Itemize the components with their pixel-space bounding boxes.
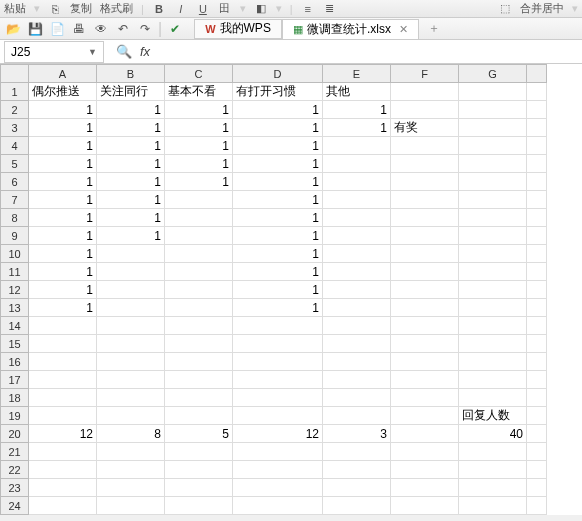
cell[interactable] — [323, 281, 391, 299]
cell[interactable] — [459, 281, 527, 299]
cell[interactable]: 1 — [165, 137, 233, 155]
cell[interactable] — [323, 461, 391, 479]
cell[interactable] — [527, 119, 547, 137]
cell[interactable] — [97, 497, 165, 515]
cell[interactable] — [459, 83, 527, 101]
cell[interactable] — [97, 461, 165, 479]
cell[interactable] — [29, 479, 97, 497]
cell[interactable] — [323, 137, 391, 155]
cell[interactable] — [391, 353, 459, 371]
cell[interactable] — [233, 353, 323, 371]
cell[interactable] — [459, 497, 527, 515]
cell[interactable] — [165, 335, 233, 353]
cell[interactable] — [323, 335, 391, 353]
cell[interactable] — [391, 443, 459, 461]
cell[interactable]: 8 — [97, 425, 165, 443]
chevron-down-icon[interactable]: ▼ — [88, 47, 97, 57]
col-header[interactable] — [527, 65, 547, 83]
redo-icon[interactable]: ↷ — [136, 20, 154, 38]
cell[interactable] — [97, 479, 165, 497]
cell[interactable] — [459, 209, 527, 227]
cell[interactable] — [165, 407, 233, 425]
cell[interactable] — [233, 317, 323, 335]
cell[interactable] — [459, 299, 527, 317]
cell[interactable]: 1 — [29, 119, 97, 137]
row-header[interactable]: 24 — [1, 497, 29, 515]
cell[interactable] — [233, 407, 323, 425]
save-icon[interactable]: 💾 — [26, 20, 44, 38]
cell[interactable] — [459, 119, 527, 137]
new-tab-button[interactable]: ＋ — [425, 20, 443, 38]
cell[interactable] — [527, 371, 547, 389]
cell[interactable] — [391, 281, 459, 299]
cell[interactable] — [459, 137, 527, 155]
row-header[interactable]: 4 — [1, 137, 29, 155]
cell[interactable] — [391, 83, 459, 101]
cell[interactable] — [391, 317, 459, 335]
cell[interactable]: 1 — [29, 245, 97, 263]
merge-label[interactable]: 合并居中 — [520, 1, 564, 16]
select-all-corner[interactable] — [1, 65, 29, 83]
cell[interactable] — [527, 173, 547, 191]
cell[interactable] — [527, 389, 547, 407]
close-icon[interactable]: ✕ — [399, 23, 408, 36]
row-header[interactable]: 13 — [1, 299, 29, 317]
cell[interactable] — [233, 389, 323, 407]
row-header[interactable]: 11 — [1, 263, 29, 281]
cell[interactable]: 1 — [233, 227, 323, 245]
cell[interactable]: 1 — [29, 209, 97, 227]
col-header[interactable]: B — [97, 65, 165, 83]
cell[interactable] — [29, 461, 97, 479]
row-header[interactable]: 7 — [1, 191, 29, 209]
cell[interactable] — [391, 245, 459, 263]
cell[interactable]: 关注同行 — [97, 83, 165, 101]
copy-label[interactable]: 复制 — [70, 1, 92, 16]
cell[interactable] — [527, 155, 547, 173]
cell[interactable] — [391, 407, 459, 425]
cell[interactable] — [459, 335, 527, 353]
cell[interactable]: 40 — [459, 425, 527, 443]
cell[interactable] — [165, 479, 233, 497]
cell[interactable] — [527, 227, 547, 245]
cell[interactable] — [323, 155, 391, 173]
cell[interactable] — [165, 299, 233, 317]
cell[interactable] — [97, 353, 165, 371]
cell[interactable]: 其他 — [323, 83, 391, 101]
cell[interactable]: 1 — [29, 299, 97, 317]
col-header[interactable]: A — [29, 65, 97, 83]
cell[interactable] — [391, 461, 459, 479]
cell[interactable]: 1 — [29, 101, 97, 119]
cell[interactable] — [391, 173, 459, 191]
cell[interactable] — [97, 263, 165, 281]
fill-color-icon[interactable]: ◧ — [254, 2, 268, 16]
cell[interactable]: 1 — [97, 155, 165, 173]
cell[interactable] — [165, 263, 233, 281]
row-header[interactable]: 3 — [1, 119, 29, 137]
search-icon[interactable]: 🔍 — [116, 44, 132, 59]
cell[interactable] — [391, 209, 459, 227]
cell[interactable] — [165, 209, 233, 227]
col-header[interactable]: G — [459, 65, 527, 83]
cell[interactable] — [459, 245, 527, 263]
cell[interactable] — [323, 371, 391, 389]
cell[interactable] — [527, 281, 547, 299]
cell[interactable] — [97, 443, 165, 461]
row-header[interactable]: 21 — [1, 443, 29, 461]
cell[interactable] — [29, 497, 97, 515]
cell[interactable] — [323, 317, 391, 335]
align-center-icon[interactable]: ≣ — [323, 2, 337, 16]
row-header[interactable]: 12 — [1, 281, 29, 299]
row-header[interactable]: 1 — [1, 83, 29, 101]
cell[interactable] — [323, 227, 391, 245]
cell[interactable] — [391, 101, 459, 119]
print-icon[interactable]: 🖶 — [70, 20, 88, 38]
row-header[interactable]: 19 — [1, 407, 29, 425]
cell[interactable] — [459, 479, 527, 497]
cell[interactable] — [459, 263, 527, 281]
cell[interactable] — [391, 497, 459, 515]
cell[interactable] — [165, 371, 233, 389]
cell[interactable] — [323, 299, 391, 317]
cell[interactable] — [527, 101, 547, 119]
cell[interactable] — [527, 263, 547, 281]
cell[interactable] — [527, 425, 547, 443]
